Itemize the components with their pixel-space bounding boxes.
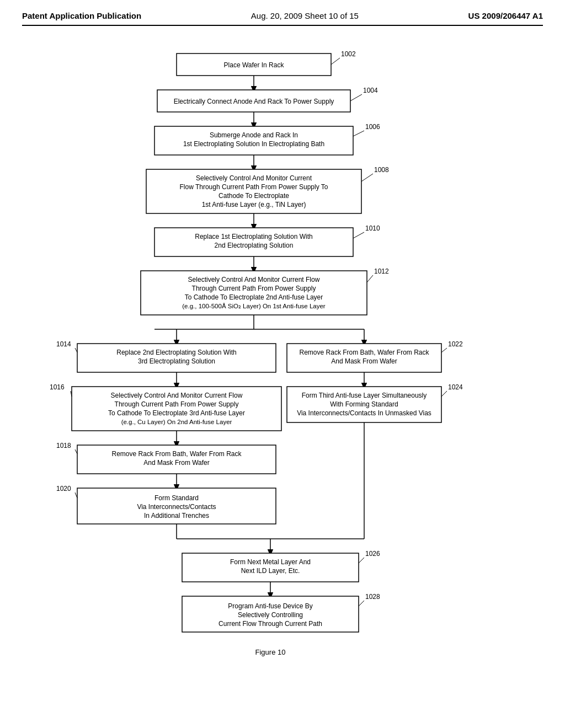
svg-line-59 [71,391,72,397]
svg-text:(e.g., Cu Layer) On 2nd Anti-f: (e.g., Cu Layer) On 2nd Anti-fuse Layer [121,419,232,425]
svg-text:Through Current Path From Powe: Through Current Path From Power Supply [192,285,316,292]
svg-line-37 [367,275,373,282]
svg-text:1008: 1008 [374,166,389,174]
svg-text:Place Wafer In Rack: Place Wafer In Rack [224,61,285,69]
svg-line-9 [350,94,362,101]
svg-line-4 [331,58,340,65]
svg-text:Form Standard: Form Standard [154,494,199,502]
svg-rect-61 [287,387,441,422]
page: Patent Application Publication Aug. 20, … [0,0,565,728]
svg-line-79 [75,493,77,498]
svg-text:Selectively Control And Monito: Selectively Control And Monitor Current … [111,392,243,399]
diagram-area: Place Wafer In Rack 1002 Electrically Co… [22,37,543,688]
svg-line-51 [441,348,447,352]
svg-text:To Cathode  To Electroplate 2n: To Cathode To Electroplate 2nd Anti-fuse… [185,293,323,301]
svg-text:1022: 1022 [448,340,463,348]
svg-text:Program Anti-fuse Device By: Program Anti-fuse Device By [228,602,312,610]
svg-text:1020: 1020 [56,485,71,493]
svg-text:Replace 1st Electroplating Sol: Replace 1st Electroplating Solution With [195,233,312,240]
svg-text:1004: 1004 [363,87,378,94]
svg-text:1002: 1002 [341,50,356,58]
svg-text:1016: 1016 [50,383,65,391]
svg-text:1014: 1014 [56,340,71,348]
svg-rect-11 [154,126,353,155]
svg-text:To Cathode To Electroplate 3rd: To Cathode To Electroplate 3rd Anti-fuse… [108,409,245,417]
svg-text:Selectively Controlling: Selectively Controlling [238,611,303,619]
svg-text:Selectively Control And Monito: Selectively Control And Monitor Current … [188,276,320,283]
svg-text:Cathode To Electroplate: Cathode To Electroplate [218,192,289,200]
svg-text:Form Third Anti-fuse Layer Sim: Form Third Anti-fuse Layer Simultaneousl… [302,392,427,399]
svg-line-95 [359,601,364,606]
svg-text:Form Next Metal Layer And: Form Next Metal Layer And [230,558,311,566]
svg-rect-84 [182,553,359,582]
header-right: US 2009/206447 A1 [468,11,543,20]
svg-text:And Mask From Wafer: And Mask From Wafer [143,459,210,467]
svg-rect-53 [72,387,281,431]
svg-line-72 [75,449,77,454]
svg-text:Via Interconnects/Contacts: Via Interconnects/Contacts [137,503,216,511]
svg-text:Remove Rack From Bath, Wafer F: Remove Rack From Bath, Wafer From Rack [300,349,430,356]
svg-text:Replace 2nd Electroplating Sol: Replace 2nd Electroplating Solution With [116,349,236,356]
svg-text:Via Interconnects/Contacts In : Via Interconnects/Contacts In Unmasked V… [297,409,431,417]
svg-text:1006: 1006 [365,123,380,131]
svg-rect-68 [77,445,276,474]
svg-text:(e.g., 100-500Å SiO₂ Layer) On: (e.g., 100-500Å SiO₂ Layer) On 1st Anti-… [182,303,326,309]
svg-text:1012: 1012 [374,267,389,275]
svg-text:And Mask From Wafer: And Mask From Wafer [331,357,397,365]
svg-text:Next ILD Layer, Etc.: Next ILD Layer, Etc. [241,567,300,575]
svg-text:Figure 10: Figure 10 [255,648,286,656]
svg-rect-74 [77,488,276,524]
svg-line-88 [359,558,364,563]
svg-line-15 [353,131,364,136]
svg-text:Through Current Path From Powe: Through Current Path From Power Supply [115,400,239,408]
svg-rect-25 [154,228,353,256]
svg-text:Selectively Control And Monito: Selectively Control And Monitor Current [196,174,312,182]
svg-text:Electrically Connect Anode And: Electrically Connect Anode And Rack To P… [174,98,334,105]
svg-text:With Forming Standard: With Forming Standard [330,400,398,408]
header-center: Aug. 20, 2009 Sheet 10 of 15 [251,11,359,20]
svg-text:Current Flow Through Current P: Current Flow Through Current Path [218,620,322,628]
header: Patent Application Publication Aug. 20, … [22,11,543,26]
svg-text:1024: 1024 [448,383,463,391]
svg-text:In Additional Trenches: In Additional Trenches [144,512,209,520]
svg-text:1018: 1018 [56,442,71,449]
svg-text:Flow Through Current Path From: Flow Through Current Path From Power Sup… [179,183,328,191]
svg-line-66 [441,391,447,397]
svg-text:1010: 1010 [365,224,380,232]
svg-line-29 [353,232,364,238]
svg-rect-90 [182,596,359,632]
svg-rect-17 [146,169,361,213]
svg-text:1026: 1026 [365,550,380,558]
svg-text:Remove Rack From Bath, Wafer F: Remove Rack From Bath, Wafer From Rack [112,450,242,458]
svg-rect-31 [141,271,367,315]
svg-line-46 [75,348,77,352]
svg-line-23 [361,174,373,181]
svg-text:3rd Electroplating Solution: 3rd Electroplating Solution [138,357,215,365]
svg-rect-6 [157,90,350,112]
svg-text:1st Electroplating Solution In: 1st Electroplating Solution In Electropl… [183,140,324,148]
svg-text:Submerge Anode and Rack In: Submerge Anode and Rack In [210,131,298,139]
svg-text:1st Anti-fuse Layer (e.g., TiN: 1st Anti-fuse Layer (e.g., TiN Layer) [202,201,306,208]
diagram-svg: Place Wafer In Rack 1002 Electrically Co… [22,37,543,688]
svg-text:2nd Electroplating Solution: 2nd Electroplating Solution [215,242,294,249]
header-left: Patent Application Publication [22,11,141,20]
svg-rect-1 [177,53,331,76]
svg-rect-47 [287,344,441,372]
svg-text:1028: 1028 [365,593,380,601]
svg-rect-42 [77,344,276,372]
